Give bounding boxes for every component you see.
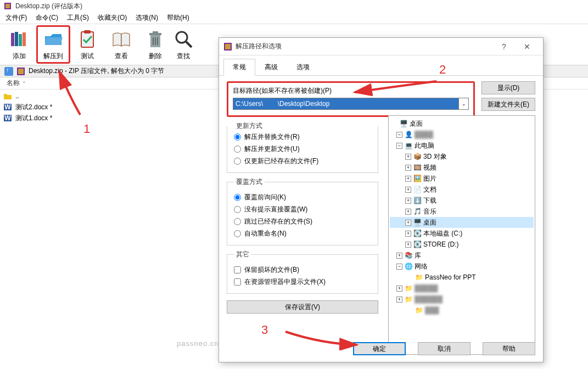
menu-help[interactable]: 帮助(H) xyxy=(164,12,193,24)
expand-icon[interactable]: + xyxy=(405,176,411,182)
tree-node-videos[interactable]: +🎞️视频 xyxy=(390,162,534,173)
expand-icon[interactable]: + xyxy=(405,198,411,204)
tree-node-blur1[interactable]: +📁█████ xyxy=(390,283,534,294)
book-open-icon xyxy=(111,29,132,49)
winrar-icon xyxy=(223,42,232,51)
svg-point-14 xyxy=(176,32,187,43)
search-icon xyxy=(173,29,194,49)
radio-ask-before-overwrite[interactable]: 覆盖前询问(K) xyxy=(234,191,371,203)
expand-icon[interactable]: + xyxy=(396,286,402,292)
expand-icon[interactable]: + xyxy=(405,209,411,215)
ok-button[interactable]: 确定 xyxy=(353,342,406,355)
menu-favorites[interactable]: 收藏夹(O) xyxy=(94,12,130,24)
sort-caret-icon: ⌃ xyxy=(22,81,26,86)
tree-node-downloads[interactable]: +⬇️下载 xyxy=(390,195,534,206)
dialog-titlebar: 解压路径和选项 ? ✕ xyxy=(219,38,543,55)
expand-icon[interactable]: + xyxy=(405,165,411,171)
disk-icon: 💽 xyxy=(413,240,422,249)
svg-text:W: W xyxy=(4,114,11,122)
folder-tree[interactable]: 🖥️桌面 −👤████ −💻此电脑 +📦3D 对象 +🎞️视频 +🖼️图片 +📄… xyxy=(388,115,535,355)
svg-line-15 xyxy=(186,42,192,47)
tree-node-localdisk[interactable]: +💽本地磁盘 (C:) xyxy=(390,228,534,239)
tree-node-desktop2[interactable]: +🖥️桌面 xyxy=(390,217,534,228)
tree-node-network[interactable]: −🌐网络 xyxy=(390,261,534,272)
save-settings-button[interactable]: 保存设置(V) xyxy=(227,300,378,314)
word-icon: W xyxy=(3,114,12,122)
network-icon: 🌐 xyxy=(404,262,413,271)
tree-node-passneo[interactable]: 📁PassNeo for PPT xyxy=(390,272,534,283)
cube-icon: 📦 xyxy=(413,152,422,161)
annotation-number-3: 3 xyxy=(261,323,268,337)
annotation-number-2: 2 xyxy=(439,63,446,77)
expand-icon[interactable]: + xyxy=(396,253,402,259)
svg-rect-17 xyxy=(18,69,24,74)
tree-node-pictures[interactable]: +🖼️图片 xyxy=(390,173,534,184)
show-button[interactable]: 显示(D) xyxy=(481,81,535,94)
collapse-icon[interactable]: − xyxy=(396,264,402,270)
tab-general[interactable]: 常规 xyxy=(223,59,255,76)
tree-node-music[interactable]: +🎵音乐 xyxy=(390,206,534,217)
dialog-help-button[interactable]: ? xyxy=(492,39,516,54)
tool-view[interactable]: 查看 xyxy=(104,25,138,64)
tab-advanced[interactable]: 高级 xyxy=(255,59,287,76)
expand-icon[interactable]: + xyxy=(396,297,402,303)
col-name[interactable]: 名称 ⌃ xyxy=(2,79,31,88)
tool-add[interactable]: 添加 xyxy=(2,25,36,64)
expand-icon[interactable]: + xyxy=(405,187,411,193)
main-titlebar: Desktop.zip (评估版本) xyxy=(0,0,588,12)
radio-skip-existing[interactable]: 跳过已经存在的文件(S) xyxy=(234,215,371,227)
tree-node-store[interactable]: +💽STORE (D:) xyxy=(390,239,534,250)
new-folder-button[interactable]: 新建文件夹(E) xyxy=(481,98,535,111)
expand-icon[interactable]: + xyxy=(405,231,411,237)
extract-dialog: 解压路径和选项 ? ✕ 常规 高级 选项 显示(D) 新建文件夹(E) 目标路径… xyxy=(219,37,544,362)
disk-icon: 💽 xyxy=(413,229,422,238)
expand-icon[interactable]: + xyxy=(405,220,411,226)
destination-path-input[interactable] xyxy=(233,98,459,110)
tree-node-blur3[interactable]: 📁███ xyxy=(390,305,534,316)
collapse-icon[interactable]: − xyxy=(396,132,402,138)
menu-options[interactable]: 选项(N) xyxy=(132,12,161,24)
folder-open-icon xyxy=(43,29,64,49)
menu-command[interactable]: 命令(C) xyxy=(32,12,61,24)
tree-node-thispc[interactable]: −💻此电脑 xyxy=(390,140,534,151)
svg-rect-2 xyxy=(11,33,14,46)
radio-overwrite-no-prompt[interactable]: 没有提示直接覆盖(W) xyxy=(234,203,371,215)
tool-extract-to[interactable]: 解压到 xyxy=(36,25,70,64)
path-dropdown-arrow[interactable]: ⌄ xyxy=(459,98,469,110)
cancel-button[interactable]: 取消 xyxy=(418,342,471,355)
tree-node-3dobjects[interactable]: +📦3D 对象 xyxy=(390,151,534,162)
clipboard-icon xyxy=(77,29,98,49)
download-icon: ⬇️ xyxy=(413,196,422,205)
radio-extract-update[interactable]: 解压并更新文件(U) xyxy=(234,143,371,155)
radio-auto-rename[interactable]: 自动重命名(N) xyxy=(234,227,371,239)
svg-rect-7 xyxy=(84,30,91,33)
radio-extract-replace[interactable]: 解压并替换文件(R) xyxy=(234,131,371,143)
desktop-icon: 🖥️ xyxy=(399,119,408,128)
tree-node-desktop[interactable]: 🖥️桌面 xyxy=(390,118,534,129)
tool-find[interactable]: 查找 xyxy=(172,25,194,64)
document-icon: 📄 xyxy=(413,185,422,194)
expand-icon[interactable]: + xyxy=(405,154,411,160)
menubar: 文件(F) 命令(C) 工具(S) 收藏夹(O) 选项(N) 帮助(H) xyxy=(0,12,588,24)
expand-icon[interactable]: + xyxy=(405,242,411,248)
collapse-icon[interactable]: − xyxy=(396,143,402,149)
radio-only-existing[interactable]: 仅更新已经存在的文件(F) xyxy=(234,155,371,167)
tree-node-documents[interactable]: +📄文档 xyxy=(390,184,534,195)
tool-delete[interactable]: 删除 xyxy=(138,25,172,64)
svg-rect-3 xyxy=(15,32,18,46)
menu-tools[interactable]: 工具(S) xyxy=(64,12,92,24)
tool-test[interactable]: 测试 xyxy=(70,25,104,64)
tree-node-libraries[interactable]: +📚库 xyxy=(390,250,534,261)
dialog-title: 解压路径和选项 xyxy=(236,42,492,51)
check-show-in-explorer[interactable]: 在资源管理器中显示文件(X) xyxy=(234,276,371,288)
tree-node-user[interactable]: −👤████ xyxy=(390,129,534,140)
dialog-close-button[interactable]: ✕ xyxy=(516,39,539,54)
up-button[interactable] xyxy=(4,67,13,76)
tab-options[interactable]: 选项 xyxy=(287,59,319,76)
help-button[interactable]: 帮助 xyxy=(483,342,535,355)
path-label: 目标路径(如果不存在将被创建)(P) xyxy=(233,86,469,96)
check-keep-broken[interactable]: 保留损坏的文件(B) xyxy=(234,264,371,276)
overwrite-mode-fieldset: 覆盖方式 覆盖前询问(K) 没有提示直接覆盖(W) 跳过已经存在的文件(S) 自… xyxy=(227,177,378,245)
menu-file[interactable]: 文件(F) xyxy=(2,12,30,24)
tree-node-blur2[interactable]: +📁██████ xyxy=(390,294,534,305)
